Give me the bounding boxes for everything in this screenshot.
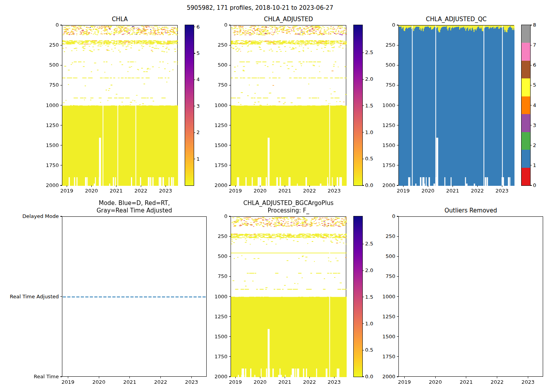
x-tick-mark: [309, 185, 310, 187]
mode-line-canvas: [62, 217, 207, 377]
y-tick-label: 1500: [382, 143, 395, 148]
y-tick-mark: [397, 276, 398, 277]
y-tick-label: 0: [392, 22, 395, 28]
colorbar-tick-mark: [362, 53, 364, 53]
x-tick-mark: [260, 377, 260, 378]
colorbar-tick-mark: [362, 350, 364, 350]
colorbar-tick-mark: [530, 165, 532, 165]
colorbar-segment: [522, 96, 530, 114]
plot-area-bgc: [231, 216, 346, 377]
y-tick-label: 750: [49, 82, 59, 88]
y-tick-label: 1500: [382, 334, 395, 339]
y-tick-label: 1000: [382, 294, 395, 299]
y-tick-mark: [60, 45, 62, 45]
colorbar-tick-label: 3: [533, 123, 536, 128]
x-tick-mark: [191, 377, 192, 378]
colorbar-tick-label: 1: [533, 163, 536, 168]
y-tick-mark: [229, 65, 231, 65]
colorbar-tick-label: 1.5: [365, 294, 373, 300]
y-tick-label: 1500: [46, 143, 59, 148]
y-tick-mark: [60, 65, 62, 65]
x-tick-mark: [453, 185, 453, 187]
x-tick-label: 2020: [254, 188, 267, 194]
y-tick-mark: [397, 356, 398, 357]
y-tick-label: 1500: [215, 143, 227, 148]
colorbar-tick-mark: [530, 45, 532, 45]
y-tick-mark: [397, 45, 398, 45]
colorbar-tick-mark: [362, 270, 364, 271]
x-tick-label: 2019: [60, 188, 73, 194]
x-tick-label: 2020: [254, 379, 267, 385]
y-tick-label: 1750: [46, 163, 59, 168]
y-tick-label: 750: [218, 82, 227, 88]
colorbar-tick-mark: [194, 159, 195, 159]
y-tick-mark: [60, 165, 62, 165]
y-tick-label: 1000: [382, 103, 395, 108]
y-tick-label: 2000: [382, 374, 395, 379]
colorbar-tick-label: 6: [196, 24, 200, 30]
x-tick-label: 2020: [93, 379, 105, 385]
plot-title-chla-adjusted-qc: CHLA_ADJUSTED_QC: [398, 16, 514, 23]
colorbar-tick-mark: [362, 79, 364, 80]
plot-area-chla_adjusted_qc: [398, 25, 514, 185]
x-tick-label: 2019: [397, 188, 410, 194]
y-tick-mark: [229, 165, 231, 165]
y-tick-mark: [397, 165, 398, 165]
x-tick-label: 2022: [154, 379, 167, 385]
colorbar-tick-mark: [362, 376, 364, 377]
x-tick-label: 2020: [429, 379, 442, 385]
figure-title: 5905982, 171 profiles, 2018-10-21 to 202…: [0, 4, 520, 11]
y-tick-label: 250: [49, 42, 59, 48]
x-tick-mark: [334, 185, 334, 187]
colorbar-tick-mark: [194, 80, 195, 80]
x-tick-mark: [235, 185, 236, 187]
colorbar-tick-label: 1.0: [365, 321, 373, 327]
x-tick-label: 2021: [278, 188, 291, 194]
colorbar-segment: [522, 150, 530, 167]
colorbar-tick-mark: [530, 185, 532, 185]
colorbar-segment: [522, 43, 530, 60]
x-tick-mark: [502, 185, 502, 187]
x-tick-mark: [129, 377, 130, 378]
x-tick-label: 2022: [135, 188, 147, 194]
colorbar-tick-label: 6: [533, 62, 536, 68]
y-tick-mark: [229, 236, 231, 237]
x-tick-label: 2022: [303, 379, 316, 385]
y-tick-label: 1750: [215, 354, 227, 359]
y-tick-mark: [397, 256, 398, 257]
x-tick-label: 2023: [496, 188, 509, 194]
y-tick-mark: [397, 376, 398, 377]
x-tick-label: 2023: [522, 379, 534, 385]
y-tick-label: 1250: [382, 123, 395, 128]
colorbar-tick-mark: [194, 132, 195, 133]
colorbar-segment: [522, 168, 530, 185]
y-tick-mark: [229, 25, 231, 25]
x-tick-label: 2021: [110, 188, 123, 194]
y-tick-mark: [229, 125, 231, 125]
y-tick-label: Real Time: [34, 374, 59, 379]
colorbar-tick-label: 4: [533, 103, 536, 108]
colorbar-tick-mark: [362, 105, 364, 106]
x-tick-mark: [67, 185, 67, 187]
y-tick-label: 0: [392, 214, 395, 219]
y-tick-mark: [397, 145, 398, 145]
y-tick-mark: [60, 145, 62, 145]
y-tick-label: 750: [385, 274, 395, 279]
y-tick-mark: [60, 25, 62, 25]
colorbar-tick-mark: [530, 25, 532, 25]
colorbar-tick-label: 1.5: [365, 103, 373, 109]
colorbar-tick-label: 2.0: [365, 268, 373, 273]
y-tick-label: 1250: [215, 314, 227, 319]
y-tick-mark: [397, 105, 398, 105]
x-tick-mark: [68, 377, 68, 378]
y-tick-mark: [229, 85, 231, 85]
colorbar-tick-mark: [530, 85, 532, 85]
y-tick-mark: [229, 185, 231, 185]
colorbar-tick-label: 0: [533, 183, 536, 188]
plot-area-chla: [62, 25, 178, 185]
x-tick-mark: [260, 185, 260, 187]
x-tick-mark: [497, 377, 497, 378]
x-tick-label: 2023: [328, 379, 341, 385]
y-tick-label: 500: [218, 62, 227, 68]
plot-title-mode: Mode. Blue=D, Red=RT, Gray=Real Time Adj…: [62, 200, 207, 214]
